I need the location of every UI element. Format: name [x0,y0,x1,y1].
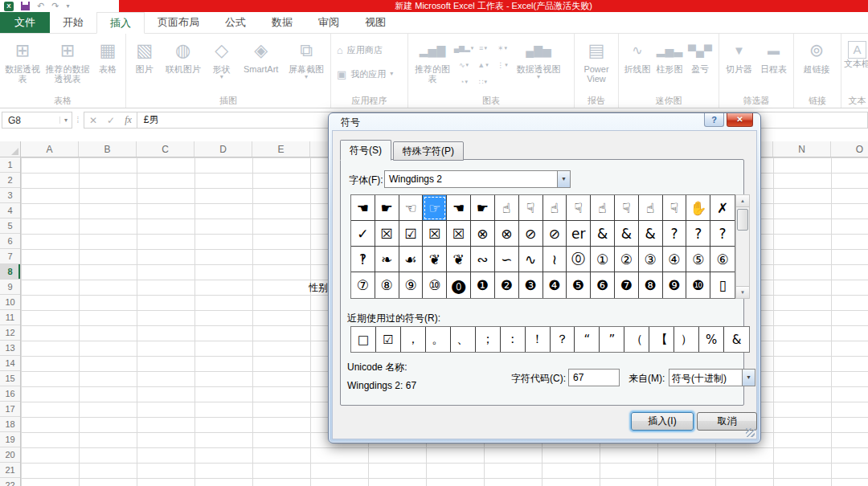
recent-symbol-cell[interactable]: & [724,327,749,352]
tab-data[interactable]: 数据 [259,12,305,33]
chart-type-mini-button[interactable]: ◔▾ [454,73,473,90]
symbol-cell[interactable]: ☟ [519,195,543,221]
tab-view[interactable]: 视图 [352,12,399,33]
row-header[interactable]: 20 [0,447,20,463]
symbol-cell[interactable]: ☟ [615,195,639,221]
recent-symbol-cell[interactable]: ： [501,327,526,352]
symbol-cell[interactable]: ❶ [471,272,495,298]
tab-review[interactable]: 审阅 [305,12,352,33]
resize-grip-icon[interactable] [746,428,755,437]
symbol-cell[interactable]: ❿ [686,272,710,298]
formula-cancel-icon[interactable]: ✕ [89,115,97,126]
row-header[interactable]: 11 [0,310,20,325]
row-header[interactable]: 8 [0,264,20,280]
symbol-cell[interactable]: & [591,221,615,247]
select-all-corner[interactable] [0,141,21,157]
font-combobox[interactable]: Wingdings 2 ▼ [384,170,571,188]
symbol-cell[interactable]: ☝ [543,195,567,221]
symbol-cell[interactable]: ⑩ [423,272,447,298]
recent-symbol-cell[interactable]: ） [674,327,699,352]
my-apps-button[interactable]: ▣ 我的应用 ▾ [334,64,396,84]
recommended-pivot-tables-button[interactable]: ⊞ 推荐的数据透视表 [43,36,92,84]
sparkline-winloss-button[interactable]: ▀▄▀ 盈亏 [686,36,714,74]
symbol-cell[interactable]: ⓪ [567,247,591,272]
scrollbar-down-button[interactable]: ▼ [736,286,749,298]
symbol-cell[interactable]: ❾ [663,272,687,298]
symbol-cell[interactable]: ④ [663,247,687,272]
column-header[interactable]: D [194,141,252,157]
symbol-cell[interactable]: ☚ [351,195,375,221]
tab-insert[interactable]: 插入 [96,12,145,34]
symbol-cell[interactable]: ✋ [686,195,710,221]
column-header[interactable]: N [773,141,831,157]
row-header[interactable]: 13 [0,341,20,356]
symbol-cell[interactable]: ⑦ [351,272,375,298]
row-header[interactable]: 19 [0,432,20,447]
from-combobox[interactable]: 符号(十进制) ▼ [669,369,755,386]
formula-enter-icon[interactable]: ✓ [107,115,115,126]
symbol-cell[interactable]: ☟ [567,195,591,221]
qat-customize-icon[interactable]: ▾ [66,2,69,10]
tab-formulas[interactable]: 公式 [212,12,259,33]
symbol-cell[interactable]: ⊘ [519,221,543,247]
char-code-input[interactable] [568,369,620,386]
symbol-cell[interactable]: ☚ [447,195,471,221]
row-header[interactable]: 12 [0,325,20,341]
symbol-cell[interactable]: ☒ [423,221,447,247]
symbol-cell[interactable]: ❦ [447,247,471,272]
recent-symbol-cell[interactable]: □ [351,327,376,352]
row-header[interactable]: 18 [0,417,20,432]
symbol-cell[interactable]: ③ [639,247,663,272]
symbol-cell[interactable]: ☝ [591,195,615,221]
name-box[interactable]: G8 ▾ [2,112,72,129]
recommended-charts-button[interactable]: ▂▅▇ 推荐的图表 [411,36,454,84]
redo-icon[interactable]: ↷ [51,0,59,12]
row-header[interactable]: 1 [0,157,20,173]
symbol-cell[interactable]: ∾ [471,247,495,272]
symbol-cell[interactable]: ▯ [710,272,735,298]
symbol-cell[interactable]: ∿ [519,247,543,272]
row-header[interactable]: 15 [0,371,20,386]
symbol-cell[interactable]: ❽ [639,272,663,298]
symbol-cell[interactable]: ? [710,221,735,247]
dialog-close-button[interactable]: ✕ [727,113,753,127]
recent-symbol-cell[interactable]: 【 [649,327,674,352]
hyperlink-button[interactable]: ⊚ 超链接 [796,36,837,74]
chart-type-mini-button[interactable]: ▲▾ [473,56,493,73]
symbol-cell[interactable]: ☝ [495,195,519,221]
from-combobox-arrow-icon[interactable]: ▼ [742,369,755,386]
symbol-cell[interactable]: ☙ [399,247,424,272]
symbol-cell[interactable]: ☒ [447,221,471,247]
row-header[interactable]: 9 [0,280,20,295]
text-box-button[interactable]: A 文本框 [844,36,868,68]
scrollbar-thumb[interactable] [737,209,748,231]
symbol-cell[interactable]: ① [591,247,615,272]
row-header[interactable]: 7 [0,249,20,264]
pivot-table-button[interactable]: ⊞ 数据透视表 [2,36,43,84]
shapes-button[interactable]: ◇ 形状 ▾ [206,36,237,80]
column-header[interactable]: B [79,141,137,157]
symbol-grid-scrollbar[interactable]: ▲ ▼ [735,194,750,299]
symbol-cell[interactable]: ② [615,247,639,272]
app-store-button[interactable]: ⌂ 应用商店 [334,40,386,59]
tab-file[interactable]: 文件 [0,12,50,33]
chart-type-mini-button[interactable]: ≡▾ [473,39,493,56]
row-header[interactable]: 5 [0,218,20,234]
row-header[interactable]: 10 [0,295,20,310]
dialog-tab-symbols[interactable]: 符号(S) [340,140,391,161]
symbol-cell[interactable]: ⑤ [686,247,710,272]
symbol-cell[interactable]: er [567,221,591,247]
symbol-cell[interactable]: & [615,221,639,247]
column-header[interactable]: O [831,141,868,157]
symbol-cell[interactable]: ≀ [543,247,567,272]
timeline-button[interactable]: ▬ 日程表 [756,36,791,74]
chart-type-mini-button[interactable]: ✶▾ [493,39,512,56]
insert-function-icon[interactable]: fx [125,114,132,126]
save-icon[interactable] [21,2,30,10]
font-combobox-arrow-icon[interactable]: ▼ [557,170,571,188]
symbol-cell[interactable]: ⓿ [447,272,471,298]
symbol-cell[interactable]: ☛ [471,195,495,221]
symbol-cell[interactable]: ☟ [663,195,687,221]
row-header[interactable]: 22 [0,478,20,486]
recent-symbol-cell[interactable]: ， [401,327,426,352]
